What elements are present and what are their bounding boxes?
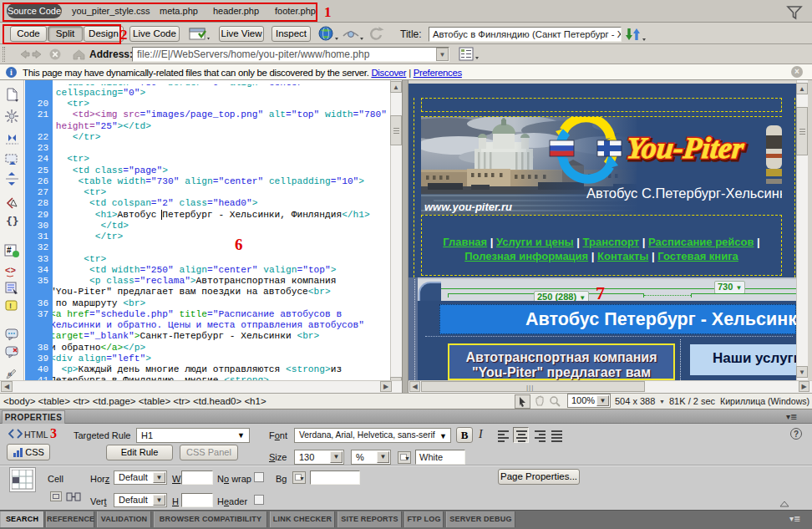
svg-text:You-Piter: You-Piter — [625, 131, 746, 165]
svg-text:{}: {} — [6, 215, 19, 227]
svg-text:<>: <> — [5, 265, 16, 275]
svg-text:!: ! — [9, 302, 12, 310]
svg-text:#: # — [7, 246, 12, 255]
